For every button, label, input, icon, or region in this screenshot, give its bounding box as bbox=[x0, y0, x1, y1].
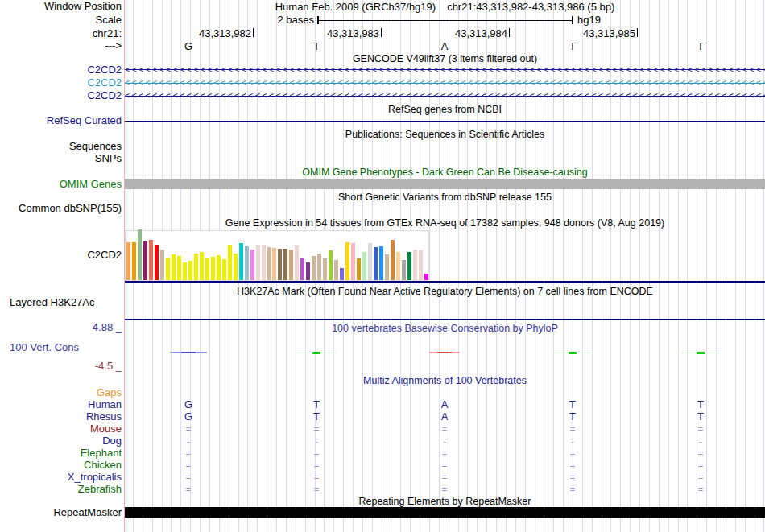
gtex-tissue-bar[interactable] bbox=[334, 260, 338, 280]
label-species-x_tropicalis[interactable]: X_tropicalis bbox=[68, 471, 122, 483]
gtex-tissue-bar[interactable] bbox=[188, 261, 192, 280]
alignment-cell-rhesus: T bbox=[569, 411, 576, 423]
gtex-tissue-bar[interactable] bbox=[391, 240, 395, 280]
gtex-tissue-bar[interactable] bbox=[374, 247, 378, 280]
gtex-tissue-bar[interactable] bbox=[385, 254, 389, 280]
label-refseq-curated[interactable]: RefSeq Curated bbox=[47, 114, 122, 126]
alignment-cell-elephant: = bbox=[570, 448, 575, 458]
gencode-transcript-c2cd2-2[interactable]: <<<<<<<<<<<<<<<<<<<<<<<<<<<<<<<<<<<<<<<<… bbox=[125, 91, 765, 101]
gtex-tissue-bar[interactable] bbox=[396, 252, 400, 280]
gtex-tissue-bar[interactable] bbox=[172, 254, 176, 280]
gtex-tissue-bar[interactable] bbox=[234, 254, 238, 280]
gtex-tissue-bar[interactable] bbox=[413, 250, 417, 280]
label-layered-h3k27ac[interactable]: Layered H3K27Ac bbox=[10, 296, 95, 308]
gtex-tissue-bar[interactable] bbox=[272, 248, 276, 280]
gtex-tissue-bar[interactable] bbox=[132, 242, 136, 280]
label-common-dbsnp[interactable]: Common dbSNP(155) bbox=[19, 202, 122, 214]
gtex-tissue-bar[interactable] bbox=[250, 250, 254, 280]
gencode-transcript-c2cd2-1[interactable]: <<<<<<<<<<<<<<<<<<<<<<<<<<<<<<<<<<<<<<<<… bbox=[125, 78, 765, 88]
label-species-gaps[interactable]: Gaps bbox=[97, 386, 122, 398]
gtex-tissue-bar[interactable] bbox=[407, 252, 411, 280]
gtex-tissue-bar[interactable] bbox=[340, 268, 344, 280]
label-species-dog[interactable]: Dog bbox=[102, 435, 122, 447]
gtex-tissue-bar[interactable] bbox=[283, 249, 287, 280]
alignment-cell-human: A bbox=[441, 399, 449, 410]
gtex-tissue-bar[interactable] bbox=[211, 257, 215, 280]
gtex-tissue-bar[interactable] bbox=[155, 245, 159, 280]
gtex-expression-chart[interactable] bbox=[125, 230, 429, 281]
gtex-tissue-bar[interactable] bbox=[362, 252, 366, 280]
gtex-tissue-bar[interactable] bbox=[300, 258, 304, 280]
gtex-tissue-bar[interactable] bbox=[368, 243, 372, 280]
gtex-tissue-bar[interactable] bbox=[149, 240, 153, 280]
label-sequences[interactable]: Sequences bbox=[69, 140, 122, 152]
label-species-elephant[interactable]: Elephant bbox=[81, 447, 122, 459]
label-gtex-gene[interactable]: C2CD2 bbox=[87, 249, 122, 261]
alignment-cell-human: T bbox=[569, 399, 576, 410]
omim-gene-bar[interactable] bbox=[125, 179, 765, 189]
gtex-tissue-bar[interactable] bbox=[183, 262, 187, 280]
gtex-tissue-bar[interactable] bbox=[289, 250, 293, 280]
label-gencode-c2cd2-c[interactable]: C2CD2 bbox=[87, 89, 122, 101]
gtex-tissue-bar[interactable] bbox=[357, 258, 361, 280]
gtex-tissue-bar[interactable] bbox=[166, 258, 170, 280]
gtex-tissue-bar[interactable] bbox=[329, 250, 333, 280]
label-species-zebrafish[interactable]: Zebrafish bbox=[78, 483, 122, 495]
scale-bar bbox=[317, 20, 573, 22]
gtex-gene-model-line[interactable] bbox=[125, 281, 765, 283]
label-gencode-c2cd2-b[interactable]: C2CD2 bbox=[87, 76, 122, 89]
alignment-cell-zebrafish: = bbox=[442, 485, 447, 494]
label-omim-genes[interactable]: OMIM Genes bbox=[60, 178, 122, 190]
repeatmasker-element-bar[interactable] bbox=[125, 507, 765, 518]
label-gencode-c2cd2-a[interactable]: C2CD2 bbox=[87, 64, 122, 76]
gtex-tissue-bar[interactable] bbox=[402, 260, 406, 280]
alignment-cell-rhesus: T bbox=[697, 411, 704, 423]
label-species-rhesus[interactable]: Rhesus bbox=[86, 410, 122, 423]
label-species-human[interactable]: Human bbox=[88, 398, 122, 410]
label-species-mouse[interactable]: Mouse bbox=[90, 423, 122, 435]
gtex-tissue-bar[interactable] bbox=[379, 246, 383, 280]
track-title-repeats: Repeating Elements by RepeatMasker bbox=[125, 496, 765, 508]
gtex-tissue-bar[interactable] bbox=[295, 245, 299, 280]
gtex-tissue-bar[interactable] bbox=[194, 254, 198, 280]
gtex-tissue-bar[interactable] bbox=[317, 254, 321, 280]
gtex-tissue-bar[interactable] bbox=[126, 242, 130, 280]
gtex-tissue-bar[interactable] bbox=[245, 246, 249, 280]
gtex-tissue-bar[interactable] bbox=[323, 258, 327, 280]
gtex-tissue-bar[interactable] bbox=[143, 241, 147, 280]
alignment-cell-dog: - bbox=[443, 436, 446, 446]
scale-value: 2 bases bbox=[277, 14, 314, 26]
label-vert-cons[interactable]: 100 Vert. Cons bbox=[10, 341, 79, 353]
gtex-tissue-bar[interactable] bbox=[160, 250, 164, 280]
label-repeatmasker[interactable]: RepeatMasker bbox=[53, 506, 122, 518]
label-snps[interactable]: SNPs bbox=[95, 152, 122, 164]
gtex-tissue-bar[interactable] bbox=[345, 242, 349, 280]
gtex-tissue-bar[interactable] bbox=[262, 245, 266, 280]
gtex-tissue-bar[interactable] bbox=[424, 274, 428, 280]
track-title-gencode: GENCODE V49lift37 (3 items filtered out) bbox=[125, 53, 765, 65]
gtex-tissue-bar[interactable] bbox=[239, 243, 243, 280]
gtex-tissue-bar[interactable] bbox=[222, 259, 226, 280]
track-title-publications: Publications: Sequences in Scientific Ar… bbox=[125, 129, 765, 141]
gtex-tissue-bar[interactable] bbox=[200, 252, 204, 280]
gtex-tissue-bar[interactable] bbox=[278, 249, 282, 280]
gtex-tissue-bar[interactable] bbox=[256, 245, 260, 280]
refseq-curated-gene-line[interactable] bbox=[125, 121, 765, 122]
label-species-chicken[interactable]: Chicken bbox=[84, 459, 122, 471]
gtex-tissue-bar[interactable] bbox=[177, 256, 181, 280]
gtex-tissue-bar[interactable] bbox=[312, 256, 316, 280]
alignment-cell-zebrafish: = bbox=[570, 485, 575, 494]
alignment-cell-x_tropicalis: = bbox=[186, 472, 191, 482]
gtex-tissue-bar[interactable] bbox=[306, 262, 310, 280]
gtex-tissue-bar[interactable] bbox=[419, 250, 423, 280]
label-strand: ---> bbox=[105, 39, 122, 52]
gtex-tissue-bar[interactable] bbox=[267, 247, 271, 280]
gtex-tissue-bar[interactable] bbox=[351, 243, 355, 280]
gtex-tissue-bar[interactable] bbox=[138, 229, 142, 280]
gencode-transcript-c2cd2-0[interactable]: <<<<<<<<<<<<<<<<<<<<<<<<<<<<<<<<<<<<<<<<… bbox=[125, 65, 765, 75]
gtex-tissue-bar[interactable] bbox=[228, 245, 232, 280]
gtex-tissue-bar[interactable] bbox=[205, 258, 209, 280]
gtex-tissue-bar[interactable] bbox=[217, 255, 221, 280]
label-phylop-max: 4.88 _ bbox=[93, 321, 122, 333]
coordinate-label: 43,313,985 bbox=[583, 28, 635, 39]
